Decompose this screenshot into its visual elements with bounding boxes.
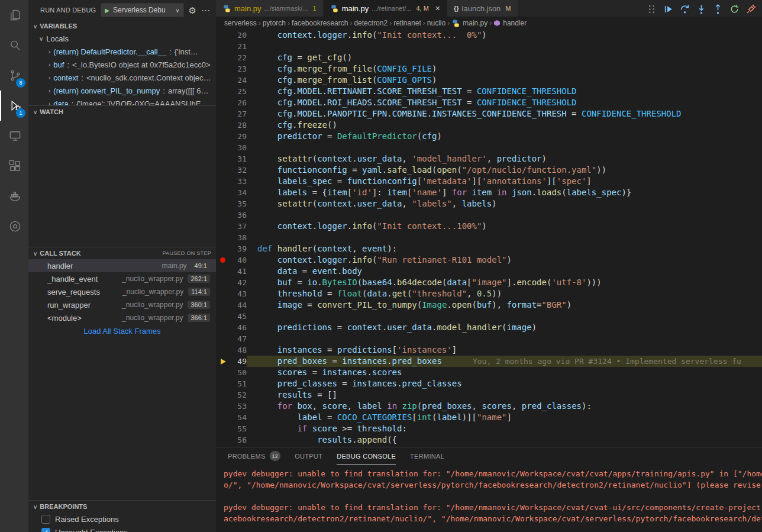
line-number[interactable]: 25 xyxy=(231,86,247,97)
line-number[interactable]: 51 xyxy=(231,378,247,389)
more-actions-icon[interactable]: ⋯ xyxy=(201,6,210,15)
gutter-glyph-margin[interactable] xyxy=(216,187,231,198)
code-line[interactable]: 39def handler(context, event): xyxy=(216,243,762,254)
gutter-glyph-margin[interactable] xyxy=(216,131,231,142)
code-line[interactable]: 40 context.logger.info("Run retinanet-R1… xyxy=(216,254,762,266)
gutter-glyph-margin[interactable] xyxy=(216,165,231,176)
code-line[interactable]: 42 buf = io.BytesIO(base64.b64decode(dat… xyxy=(216,277,762,288)
code-line[interactable]: 51 pred_classes = instances.pred_classes xyxy=(216,378,762,389)
line-number[interactable]: 43 xyxy=(231,288,247,299)
activity-item-circle-tool[interactable] xyxy=(0,211,28,241)
variable-item[interactable]: ›(return) DefaultPredictor.__call__:{'in… xyxy=(28,45,216,58)
restart-button[interactable] xyxy=(728,3,741,15)
code-line[interactable]: 53 for box, score, label in zip(pred_box… xyxy=(216,401,762,412)
activity-item-source-control[interactable]: 8 xyxy=(0,60,28,91)
gutter-glyph-margin[interactable] xyxy=(216,434,231,446)
activity-item-search[interactable] xyxy=(0,30,28,60)
gutter-glyph-margin[interactable] xyxy=(216,63,231,75)
line-number[interactable]: 44 xyxy=(231,299,247,311)
code-line[interactable]: 23 cfg.merge_from_file(CONFIG_FILE) xyxy=(216,63,762,75)
gutter-glyph-margin[interactable] xyxy=(216,378,231,389)
line-number[interactable]: 35 xyxy=(231,198,247,209)
line-number[interactable]: 21 xyxy=(231,41,247,52)
gutter-glyph-margin[interactable] xyxy=(216,153,231,165)
variables-header[interactable]: ∨ VARIABLES xyxy=(28,20,216,32)
breakpoints-header[interactable]: ∨ BREAKPOINTS xyxy=(28,501,216,512)
gutter-glyph-margin[interactable] xyxy=(216,367,231,378)
line-number[interactable]: 56 xyxy=(231,434,247,446)
panel-tab-terminal[interactable]: TERMINAL xyxy=(410,447,444,465)
gutter-glyph-margin[interactable] xyxy=(216,299,231,311)
breakpoint-item[interactable]: Raised Exceptions xyxy=(28,512,216,525)
gutter-glyph-margin[interactable] xyxy=(216,412,231,423)
gutter-glyph-margin[interactable] xyxy=(216,120,231,131)
panel-tab-debug-console[interactable]: DEBUG CONSOLE xyxy=(337,447,396,465)
code-line[interactable]: 41 data = event.body xyxy=(216,266,762,277)
code-line[interactable]: 28 cfg.freeze() xyxy=(216,120,762,131)
step-into-button[interactable] xyxy=(695,3,708,15)
line-number[interactable]: 37 xyxy=(231,221,247,232)
code-line[interactable]: 22 cfg = get_cfg() xyxy=(216,52,762,63)
gutter-glyph-margin[interactable] xyxy=(216,86,231,97)
code-line[interactable]: 37 context.logger.info("Init context...1… xyxy=(216,221,762,232)
call-stack-frame[interactable]: serve_requests_nuclio_wrapper.py114:1 xyxy=(28,285,216,298)
line-number[interactable]: 38 xyxy=(231,232,247,243)
line-number[interactable]: 46 xyxy=(231,322,247,333)
code-line[interactable]: 25 cfg.MODEL.RETINANET.SCORE_THRESH_TEST… xyxy=(216,86,762,97)
activity-item-run-and-debug[interactable]: 1 xyxy=(0,91,28,121)
variable-item[interactable]: ›data:{'image': 'iVBOR-0XG=AAAANSUhE… xyxy=(28,97,216,105)
line-number[interactable]: 50 xyxy=(231,367,247,378)
call-stack-frame[interactable]: _handle_event_nuclio_wrapper.py262:1 xyxy=(28,272,216,285)
breakpoint-item[interactable]: ✓Uncaught Exceptions xyxy=(28,525,216,532)
code-line[interactable]: 54 label = COCO_CATEGORIES[int(label)]["… xyxy=(216,412,762,423)
line-number[interactable]: 27 xyxy=(231,108,247,120)
call-stack-frame[interactable]: <module>_nuclio_wrapper.py366:1 xyxy=(28,311,216,324)
line-number[interactable]: 55 xyxy=(231,423,247,434)
line-number[interactable]: 26 xyxy=(231,97,247,108)
code-line[interactable]: 35 setattr(context.user_data, "labels", … xyxy=(216,198,762,209)
line-number[interactable]: 41 xyxy=(231,266,247,277)
checkbox[interactable] xyxy=(41,515,50,524)
breadcrumb-item[interactable]: facebookresearch xyxy=(292,19,348,27)
gutter-glyph-margin[interactable] xyxy=(216,254,231,266)
variables-scope-locals[interactable]: ∨ Locals xyxy=(28,32,216,45)
code-line[interactable]: 56 results.append({ xyxy=(216,434,762,446)
code-editor[interactable]: 20 context.logger.info("Init context... … xyxy=(216,30,762,447)
code-line[interactable]: 26 cfg.MODEL.ROI_HEADS.SCORE_THRESH_TEST… xyxy=(216,97,762,108)
line-number[interactable]: 54 xyxy=(231,412,247,423)
call-stack-header[interactable]: ∨ CALL STACK PAUSED ON STEP xyxy=(28,247,216,259)
code-line[interactable]: 45 xyxy=(216,311,762,322)
panel-tab-problems[interactable]: PROBLEMS12 xyxy=(228,447,280,465)
line-number[interactable]: 42 xyxy=(231,277,247,288)
gutter-glyph-margin[interactable] xyxy=(216,243,231,254)
line-number[interactable]: 32 xyxy=(231,165,247,176)
variable-item[interactable]: ›buf:<_io.BytesIO object at 0x7f5a2dc1ec… xyxy=(28,58,216,71)
gutter-glyph-margin[interactable] xyxy=(216,209,231,221)
activity-item-remote-explorer[interactable] xyxy=(0,121,28,151)
load-all-stack-frames-link[interactable]: Load All Stack Frames xyxy=(28,324,216,337)
line-number[interactable]: 31 xyxy=(231,153,247,165)
disconnect-button[interactable] xyxy=(745,3,757,15)
line-number[interactable]: 39 xyxy=(231,243,247,254)
gutter-glyph-margin[interactable] xyxy=(216,97,231,108)
gutter-glyph-margin[interactable] xyxy=(216,311,231,322)
code-line[interactable]: 32 functionconfig = yaml.safe_load(open(… xyxy=(216,165,762,176)
code-line[interactable]: 34 labels = {item['id']: item['name'] fo… xyxy=(216,187,762,198)
breadcrumb-item[interactable]: retinanet xyxy=(393,19,421,27)
code-line[interactable]: 44 image = convert_PIL_to_numpy(Image.op… xyxy=(216,299,762,311)
line-number[interactable]: 40 xyxy=(231,254,247,266)
gear-icon[interactable]: ⚙ xyxy=(189,6,196,15)
code-line[interactable]: 27 cfg.MODEL.PANOPTIC_FPN.COMBINE.INSTAN… xyxy=(216,108,762,120)
line-number[interactable]: 29 xyxy=(231,131,247,142)
code-line[interactable]: 21 xyxy=(216,41,762,52)
watch-header[interactable]: ∨ WATCH xyxy=(28,106,216,118)
step-out-button[interactable] xyxy=(712,3,724,15)
activity-item-extensions[interactable] xyxy=(0,151,28,181)
line-number[interactable]: 20 xyxy=(231,30,247,41)
line-number[interactable]: 33 xyxy=(231,176,247,187)
gutter-glyph-margin[interactable] xyxy=(216,108,231,120)
line-number[interactable]: 34 xyxy=(231,187,247,198)
code-line[interactable]: 20 context.logger.info("Init context... … xyxy=(216,30,762,41)
line-number[interactable]: 49 xyxy=(231,356,247,367)
line-number[interactable]: 48 xyxy=(231,344,247,356)
